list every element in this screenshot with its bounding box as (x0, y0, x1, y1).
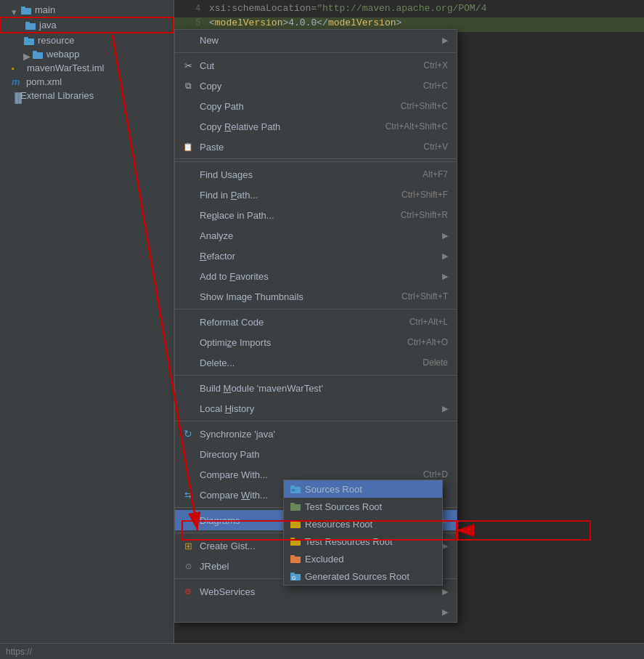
sidebar-item-iml[interactable]: ▪ mavenWarTest.iml (0, 61, 174, 75)
menu-item-label: Show Image Thumbnails (200, 291, 387, 302)
test-sources-folder-icon (290, 501, 301, 512)
favorites-icon (181, 269, 195, 283)
sidebar-item-pom[interactable]: m pom.xml (0, 75, 174, 89)
menu-item-label: Copy Path (200, 101, 386, 112)
history-icon (181, 401, 195, 416)
shortcut-text: Ctrl+Shift+T (402, 291, 448, 302)
menu-item-build-module[interactable]: Build Module 'mavenWarTest' (175, 378, 457, 398)
svg-rect-16 (290, 538, 295, 540)
menu-item-synchronize[interactable]: ↻ Synchronize 'java' (175, 424, 457, 444)
expand-arrow-icon: ▐▌ (12, 92, 19, 100)
menu-separator (175, 52, 457, 53)
submenu-item-generated-sources-root[interactable]: G Generated Sources Root (284, 567, 442, 585)
copy-icon: ⧉ (181, 78, 195, 93)
submenu-item-label: Excluded (305, 554, 343, 565)
menu-separator (175, 161, 457, 162)
menu-item-add-to-favorites[interactable]: Add to Favorites ▶ (175, 266, 457, 286)
sidebar-item-external-libraries[interactable]: ▐▌ External Libraries (0, 89, 174, 102)
expand-arrow-icon: ▾ (12, 7, 19, 14)
mark-directory-submenu: Sources Root Test Sources Root Resources… (283, 480, 443, 586)
refactor-icon (181, 248, 195, 263)
submenu-item-test-sources-root[interactable]: Test Sources Root (284, 498, 442, 515)
directory-icon (181, 467, 195, 482)
menu-item-replace-in-path[interactable]: Replace in Path... Ctrl+Shift+R (175, 205, 457, 225)
shortcut-text: Alt+F7 (423, 169, 448, 179)
code-line-4: 4 xsi:schemaLocation="http://maven.apach… (174, 3, 644, 17)
submenu-item-label: Resources Root (305, 519, 372, 530)
menu-item-refactor[interactable]: Refactor ▶ (175, 246, 457, 266)
menu-item-label: Optimize Imports (200, 337, 393, 348)
sidebar-item-label: java (39, 20, 57, 31)
submenu-item-test-resources-root[interactable]: Test Resources Root (284, 533, 442, 550)
optimize-icon (181, 335, 195, 349)
svg-rect-10 (292, 489, 295, 491)
menu-item-cut[interactable]: ✂ Cut Ctrl+X (175, 55, 457, 76)
shortcut-text: Ctrl+V (423, 142, 448, 152)
line-number: 5 (180, 17, 200, 28)
menu-item-find-usages[interactable]: Find Usages Alt+F7 (175, 164, 457, 185)
sidebar-item-main[interactable]: ▾ main (0, 3, 174, 17)
submenu-arrow-icon: ▶ (442, 251, 448, 261)
folder-icon (32, 49, 44, 60)
menu-item-paste[interactable]: 📋 Paste Ctrl+V (175, 137, 457, 159)
menu-separator (175, 375, 457, 376)
svg-rect-11 (290, 504, 301, 511)
menu-item-reformat-code[interactable]: Reformat Code Ctrl+Alt+L (175, 312, 457, 332)
menu-item-label: Add to Favorites (200, 271, 436, 282)
svg-rect-4 (24, 39, 34, 45)
submenu-item-resources-root[interactable]: Resources Root (284, 515, 442, 533)
shortcut-text: Ctrl+Alt+L (409, 317, 448, 327)
new-icon (181, 33, 195, 47)
explorer-icon (181, 447, 195, 461)
folder-icon (23, 36, 35, 46)
sidebar-item-java[interactable]: java (0, 17, 174, 33)
submenu-item-excluded[interactable]: Excluded (284, 550, 442, 567)
menu-item-label: Synchronize 'java' (200, 429, 448, 440)
line-number: 4 (180, 3, 200, 13)
submenu-item-sources-root[interactable]: Sources Root (284, 480, 442, 498)
menu-item-analyze[interactable]: Analyze ▶ (175, 225, 457, 246)
svg-rect-2 (25, 23, 36, 30)
menu-item-label: Reformat Code (200, 317, 395, 328)
svg-rect-18 (290, 555, 295, 557)
submenu-arrow-icon: ▶ (442, 272, 448, 281)
svg-rect-15 (290, 539, 301, 546)
menu-item-find-in-path[interactable]: Find in Path... Ctrl+Shift+F (175, 185, 457, 205)
menu-item-webservices[interactable]: ▶ (175, 602, 457, 622)
menu-item-delete[interactable]: Delete... Delete (175, 352, 457, 373)
replace-icon (181, 208, 195, 222)
menu-item-copy-relative-path[interactable]: Copy Relative Path Ctrl+Alt+Shift+C (175, 116, 457, 137)
sidebar-item-resource[interactable]: resource (0, 33, 174, 47)
menu-item-copy-path[interactable]: Copy Path Ctrl+Shift+C (175, 96, 457, 116)
svg-rect-17 (290, 557, 301, 563)
find-icon (181, 187, 195, 202)
sidebar-item-label: mavenWarTest.iml (27, 62, 104, 73)
menu-item-show-explorer[interactable]: Directory Path (175, 444, 457, 464)
analyze-icon (181, 228, 195, 243)
submenu-arrow-icon: ▶ (442, 516, 448, 525)
sidebar-item-webapp[interactable]: ▶ webapp (0, 47, 174, 61)
svg-rect-1 (21, 7, 25, 9)
resources-folder-icon (290, 519, 301, 529)
menu-item-label: Replace in Path... (200, 210, 386, 221)
image-icon (181, 289, 195, 304)
menu-item-copy[interactable]: ⧉ Copy Ctrl+C (175, 76, 457, 96)
menu-item-new[interactable]: New ▶ (175, 30, 457, 50)
submenu-arrow-icon: ▶ (442, 541, 448, 551)
submenu-arrow-icon: ▶ (442, 607, 448, 617)
menu-item-label: Directory Path (200, 449, 448, 460)
menu-separator (175, 309, 457, 310)
build-icon (181, 381, 195, 395)
menu-item-label: Cut (200, 60, 409, 71)
shortcut-text: Ctrl+Shift+C (401, 101, 448, 111)
menu-item-show-image-thumbnails[interactable]: Show Image Thumbnails Ctrl+Shift+T (175, 286, 457, 307)
menu-item-label: Find Usages (200, 169, 408, 180)
svg-rect-13 (290, 522, 301, 528)
submenu-arrow-icon: ▶ (442, 404, 448, 413)
pom-icon: m (12, 76, 23, 87)
status-text: https:// (6, 647, 32, 657)
menu-item-optimize-imports[interactable]: Optimize Imports Ctrl+Alt+O (175, 332, 457, 352)
find-usages-icon (181, 167, 195, 182)
reformat-icon (181, 315, 195, 329)
menu-item-local-history[interactable]: Local History ▶ (175, 398, 457, 419)
